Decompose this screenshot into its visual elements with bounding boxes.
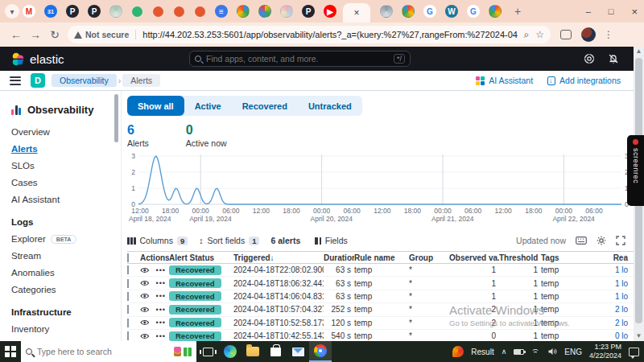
screenrec-widget[interactable]: screenrec	[627, 135, 644, 206]
file-explorer-button[interactable]	[242, 341, 264, 362]
sidebar-item-explorer[interactable]: ExplorerBETA	[11, 234, 121, 244]
browser-tab-app-green[interactable]	[132, 6, 142, 17]
clock[interactable]: 1:23 PM 4/22/2024	[589, 343, 621, 360]
row-checkbox[interactable]	[127, 292, 129, 301]
chrome-button[interactable]	[309, 341, 332, 362]
omnibox[interactable]: Not secure http://44.202.53.253:5601/app…	[68, 26, 551, 43]
security-chip[interactable]: Not secure	[74, 30, 136, 39]
close-button[interactable]: ×	[631, 6, 638, 18]
browser-tab-app-colorful[interactable]	[258, 5, 271, 18]
action-center-icon[interactable]	[629, 348, 639, 356]
cell-value[interactable]: 1 lo	[615, 265, 628, 274]
browser-tab-app-p[interactable]: P	[302, 5, 315, 18]
task-view-button[interactable]	[196, 341, 219, 362]
language-indicator[interactable]: ENG	[564, 348, 582, 356]
browser-tab-google[interactable]: G	[467, 5, 480, 18]
notifications-bell-icon[interactable]	[608, 53, 619, 64]
browser-tab-app-orange[interactable]	[174, 6, 184, 17]
taskbar-search-input[interactable]	[37, 347, 169, 356]
forward-button[interactable]: →	[26, 28, 45, 41]
browser-tab-docs[interactable]: ≡	[215, 5, 228, 18]
fields-button[interactable]: Fields	[315, 236, 348, 245]
search-input[interactable]	[206, 54, 394, 64]
sidebar-item-stream[interactable]: Stream	[11, 251, 121, 261]
view-alert-eye-icon[interactable]	[140, 278, 150, 288]
view-alert-eye-icon[interactable]	[140, 331, 150, 341]
breadcrumb-observability[interactable]: Observability	[52, 74, 117, 87]
browser-tab-app[interactable]	[380, 5, 393, 18]
cell-value[interactable]: 2 lo	[615, 319, 628, 327]
maximize-button[interactable]: □	[609, 6, 614, 16]
sidebar-item-overview[interactable]: Overview	[11, 127, 121, 137]
elastic-brand[interactable]: elastic	[11, 52, 64, 66]
filter-tab-show-all[interactable]: Show all	[127, 96, 184, 116]
view-alert-eye-icon[interactable]	[140, 318, 150, 327]
more-actions-icon[interactable]: •••	[156, 306, 166, 314]
help-icon[interactable]	[584, 53, 595, 64]
keyboard-shortcuts-icon[interactable]	[576, 237, 587, 245]
fullscreen-icon[interactable]	[616, 236, 625, 245]
row-checkbox[interactable]	[127, 305, 129, 314]
cell-value[interactable]: 2 lo	[615, 305, 628, 314]
battery-icon[interactable]	[514, 349, 524, 355]
menu-hamburger-icon[interactable]	[10, 74, 21, 87]
view-alert-eye-icon[interactable]	[140, 291, 150, 301]
more-actions-icon[interactable]: •••	[156, 292, 166, 300]
filter-tab-active[interactable]: Active	[184, 96, 232, 116]
sidebar-scrollbar[interactable]	[114, 94, 118, 142]
sidebar-item-anomalies[interactable]: Anomalies	[11, 268, 121, 278]
more-actions-icon[interactable]: •••	[156, 332, 166, 340]
browser-tab-app-orange[interactable]	[195, 6, 205, 17]
url-text[interactable]: http://44.202.53.253:5601/app/observabil…	[142, 30, 517, 39]
more-actions-icon[interactable]: •••	[156, 319, 166, 327]
cell-value[interactable]: 0 lo	[615, 331, 628, 340]
back-button[interactable]: ←	[6, 28, 26, 41]
ai-assistant-button[interactable]: AI Assistant	[476, 76, 533, 85]
filter-tab-recovered[interactable]: Recovered	[232, 96, 298, 116]
sort-arrow-icon[interactable]: ↓	[270, 253, 275, 262]
new-tab-button[interactable]: +	[510, 5, 526, 18]
more-actions-icon[interactable]: •••	[156, 279, 166, 287]
sort-fields-button[interactable]: ↕ Sort fields 1	[199, 236, 259, 245]
browser-tab-app[interactable]	[109, 5, 122, 18]
sidebar-item-cases[interactable]: Cases	[11, 178, 121, 187]
select-all-checkbox[interactable]	[127, 253, 129, 262]
breadcrumb-alerts[interactable]: Alerts	[122, 74, 160, 87]
row-checkbox[interactable]	[127, 319, 129, 327]
browser-tab-app-colorful[interactable]	[489, 5, 502, 18]
browser-tab-calendar[interactable]: 31	[44, 5, 57, 18]
browser-tab-gmail[interactable]: M	[23, 5, 35, 18]
minimize-button[interactable]: –	[586, 6, 591, 16]
browser-tab-app-colorful[interactable]	[237, 5, 250, 18]
scroll-down-icon[interactable]: ▼	[634, 331, 644, 341]
sidebar-item-categories[interactable]: Categories	[11, 285, 121, 294]
speaker-icon[interactable]	[548, 348, 557, 356]
close-tab-icon[interactable]: ×	[353, 7, 359, 19]
cell-value[interactable]: 1 lo	[615, 279, 628, 288]
sidebar-item-ai-assistant[interactable]: AI Assistant	[11, 195, 121, 204]
sidebar-item-alerts[interactable]: Alerts	[11, 144, 121, 154]
view-alert-eye-icon[interactable]	[140, 265, 150, 275]
sidebar-item-inventory[interactable]: Inventory	[11, 324, 121, 334]
browser-tab-youtube[interactable]: ▶	[324, 5, 336, 18]
profile-avatar[interactable]	[581, 27, 596, 42]
browser-tab-app-colorful[interactable]	[402, 5, 415, 18]
view-alert-eye-icon[interactable]	[140, 305, 150, 315]
columns-button[interactable]: Columns 9	[127, 236, 188, 245]
browser-tab-app-p[interactable]: P	[88, 5, 101, 18]
more-actions-icon[interactable]: •••	[156, 266, 166, 274]
browser-tab-app-p[interactable]: P	[66, 5, 79, 18]
tray-chevron-icon[interactable]: ∧	[502, 348, 507, 356]
store-button[interactable]	[264, 341, 287, 362]
taskbar-search[interactable]	[21, 341, 196, 362]
browser-tab-app-colorful[interactable]	[280, 5, 293, 18]
add-integrations-button[interactable]: Add integrations	[547, 76, 621, 85]
row-checkbox[interactable]	[127, 331, 129, 340]
browser-menu-icon[interactable]: ⋮	[604, 29, 613, 40]
wifi-icon[interactable]	[531, 348, 541, 356]
kibana-search[interactable]: */	[189, 51, 411, 67]
scroll-up-icon[interactable]: ▲	[634, 47, 644, 56]
cell-value[interactable]: 1 lo	[615, 292, 628, 301]
extensions-icon[interactable]	[560, 30, 572, 39]
row-checkbox[interactable]	[127, 279, 129, 288]
